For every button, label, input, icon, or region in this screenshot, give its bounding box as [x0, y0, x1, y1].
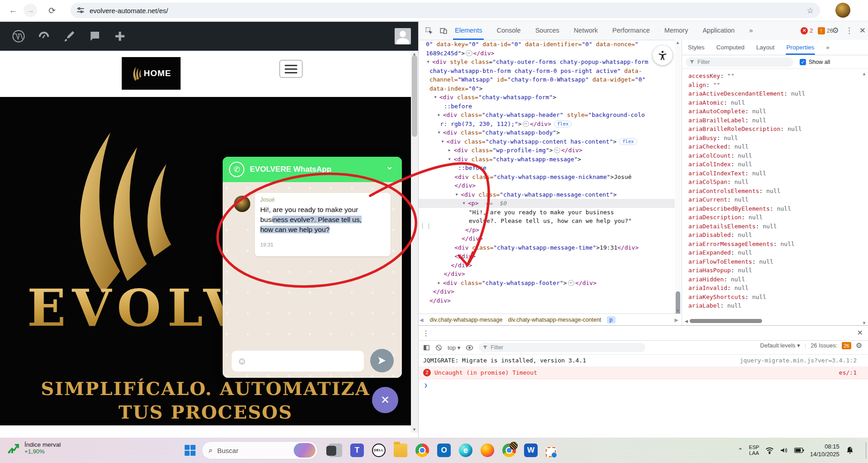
- language-indicator[interactable]: ESPLAA: [749, 444, 759, 456]
- console-prompt[interactable]: ❯: [419, 379, 868, 391]
- taskbar-icon-word[interactable]: W: [524, 444, 538, 457]
- wifi-icon[interactable]: [765, 447, 774, 454]
- property-row[interactable]: align: "": [688, 81, 868, 90]
- chevron-down-icon[interactable]: ⌄: [386, 164, 394, 169]
- sidebar-tab-styles[interactable]: Styles: [688, 40, 705, 55]
- drawer-menu-icon[interactable]: ⋮: [422, 329, 429, 338]
- dom-tree-node[interactable]: </div>: [419, 181, 681, 190]
- property-row[interactable]: ariaFlowToElements: null: [688, 257, 868, 266]
- property-row[interactable]: ariaLabel: null: [688, 301, 868, 310]
- notification-bell-dnd-icon[interactable]: z: [845, 446, 854, 455]
- new-content-plus-icon[interactable]: [113, 29, 127, 43]
- properties-filter-input[interactable]: Filter: [686, 58, 793, 67]
- menu-hamburger-icon[interactable]: [279, 60, 303, 78]
- dom-tree-node[interactable]: 0" data-key="0" data-id="0" data-identif…: [419, 40, 681, 49]
- devtools-tab-application[interactable]: Application: [701, 21, 736, 40]
- dom-tree-node[interactable]: </div>: [419, 252, 681, 261]
- property-row[interactable]: ariaAutoComplete: null: [688, 107, 868, 116]
- property-row[interactable]: ariaDescribedByElements: null: [688, 204, 868, 213]
- send-button[interactable]: [370, 349, 394, 372]
- chat-input[interactable]: ☺: [232, 351, 364, 371]
- dom-tree-node[interactable]: ▶<div class="chaty-whatsapp-footer">⋯</d…: [419, 279, 681, 288]
- dom-tree-node[interactable]: <div class="chaty-whatsapp-message-nickn…: [419, 173, 681, 182]
- properties-list[interactable]: accessKey: ""align: ""ariaActiveDescenda…: [682, 69, 868, 310]
- breadcrumb-item[interactable]: div.chaty-whatsapp-message-content: [508, 317, 601, 323]
- taskbar-icon-snip[interactable]: [546, 444, 559, 457]
- devtools-tab-elements[interactable]: Elements: [453, 21, 484, 40]
- dom-tree-node[interactable]: </p>: [419, 226, 681, 235]
- wordpress-logo-icon[interactable]: [12, 29, 25, 43]
- property-row[interactable]: ariaControlsElements: null: [688, 187, 868, 196]
- property-row[interactable]: ariaColSpan: null: [688, 178, 868, 187]
- drawer-close-icon[interactable]: ✕: [857, 328, 863, 337]
- property-row[interactable]: ariaDescription: null: [688, 213, 868, 222]
- scroll-up-icon[interactable]: ▲: [862, 72, 866, 76]
- property-row[interactable]: ariaErrorMessageElements: null: [688, 240, 868, 249]
- taskbar-icon-teams[interactable]: T: [350, 444, 364, 457]
- property-row[interactable]: ariaHasPopup: null: [688, 266, 868, 275]
- customizer-brush-icon[interactable]: [62, 29, 76, 43]
- taskbar-icon-chrome-active[interactable]: [502, 444, 516, 457]
- scroll-down-icon[interactable]: ▼: [862, 321, 866, 325]
- property-row[interactable]: ariaColIndexText: null: [688, 169, 868, 178]
- site-logo[interactable]: HOME: [122, 57, 181, 90]
- dom-tree-node[interactable]: </div>: [419, 234, 681, 243]
- default-levels-dropdown[interactable]: Default levels ▾: [760, 342, 800, 349]
- console-source-link[interactable]: es/:1: [839, 367, 857, 379]
- dom-tree-node[interactable]: ▼<p> == $0: [419, 199, 681, 208]
- property-row[interactable]: ariaKeyShortcuts: null: [688, 293, 868, 302]
- property-row[interactable]: ariaActiveDescendantElement: null: [688, 89, 868, 98]
- devtools-menu-icon[interactable]: ⋮: [845, 26, 853, 35]
- property-row[interactable]: ariaColCount: null: [688, 151, 868, 160]
- search-box[interactable]: ⌕ Buscar: [202, 441, 318, 459]
- dom-tree-node[interactable]: ▼<div class="chaty-whatsapp-message-cont…: [419, 190, 681, 199]
- chat-header[interactable]: ✆ EVOLVERE WhatsApp ⌄: [223, 157, 402, 182]
- property-row[interactable]: ariaColIndex: null: [688, 160, 868, 169]
- dom-tree-node[interactable]: <div class="chaty-whatsapp-message-time"…: [419, 243, 681, 252]
- dom-tree-node[interactable]: data-index="0">: [419, 84, 681, 93]
- search-highlight-thumbnail[interactable]: [294, 443, 315, 458]
- taskbar-widget[interactable]: Índice merval +1,90%: [6, 441, 61, 455]
- property-row[interactable]: ariaCurrent: null: [688, 195, 868, 204]
- dom-tree-node[interactable]: ▼<div class="chaty-whatsapp-body">: [419, 128, 681, 137]
- show-all-checkbox[interactable]: ✓Show all: [800, 59, 830, 65]
- taskbar-icon-outlook[interactable]: O: [437, 444, 451, 457]
- comments-icon[interactable]: [88, 29, 101, 43]
- property-row[interactable]: accessKey: "": [688, 72, 868, 81]
- property-row[interactable]: ariaInvalid: null: [688, 284, 868, 293]
- taskbar-icon-firefox[interactable]: [481, 444, 494, 457]
- flex-badge[interactable]: flex: [619, 138, 637, 145]
- browser-profile-avatar[interactable]: [835, 3, 850, 18]
- devtools-settings-gear-icon[interactable]: ⚙: [832, 26, 839, 35]
- scroll-up-icon[interactable]: ▲: [676, 40, 680, 45]
- battery-icon[interactable]: [794, 447, 804, 453]
- console-filter-input[interactable]: Filter: [479, 343, 645, 352]
- dom-tree-node[interactable]: evolve?. Please tell us, how can we help…: [419, 217, 681, 226]
- issues-badge[interactable]: !26: [818, 27, 833, 34]
- devtools-tab-memory[interactable]: Memory: [663, 21, 690, 40]
- dom-tree-node[interactable]: </div>: [419, 287, 681, 296]
- dashboard-gauge-icon[interactable]: [37, 29, 51, 43]
- breadcrumb-item[interactable]: p: [607, 316, 615, 323]
- console-sidebar-icon[interactable]: [423, 344, 430, 351]
- dom-tree-node[interactable]: ▼<div class="chaty-whatsapp-form">: [419, 93, 681, 102]
- device-toolbar-icon[interactable]: [439, 27, 448, 35]
- dom-tree-node[interactable]: </div>: [419, 261, 681, 270]
- emoji-icon[interactable]: ☺: [237, 356, 247, 367]
- dom-tree-node[interactable]: ▼<div class="chaty-whatsapp-message">: [419, 155, 681, 164]
- start-button[interactable]: [185, 445, 196, 456]
- taskbar-icon-chrome[interactable]: [415, 444, 429, 457]
- devtools-tab-network[interactable]: Network: [572, 21, 600, 40]
- show-desktop-button[interactable]: [866, 442, 868, 458]
- page-scrollbar[interactable]: ▲ ▼: [411, 51, 418, 433]
- scroll-down-icon[interactable]: ▼: [676, 309, 680, 313]
- scroll-down-icon[interactable]: ▼: [412, 427, 416, 432]
- elements-scrollbar[interactable]: ▲ ▼: [675, 40, 681, 313]
- devtools-tab-»[interactable]: »: [747, 21, 754, 40]
- property-row[interactable]: ariaDetailsElements: null: [688, 222, 868, 231]
- property-row[interactable]: ariaExpanded: null: [688, 248, 868, 257]
- dom-tree-node[interactable]: ▼<div class="chaty-whatsapp-content has-…: [419, 137, 681, 146]
- dom-tree-node[interactable]: 1689c245d">⋯</div>: [419, 49, 681, 58]
- reload-icon[interactable]: ⟳: [45, 4, 59, 17]
- context-selector[interactable]: top ▾: [448, 344, 460, 351]
